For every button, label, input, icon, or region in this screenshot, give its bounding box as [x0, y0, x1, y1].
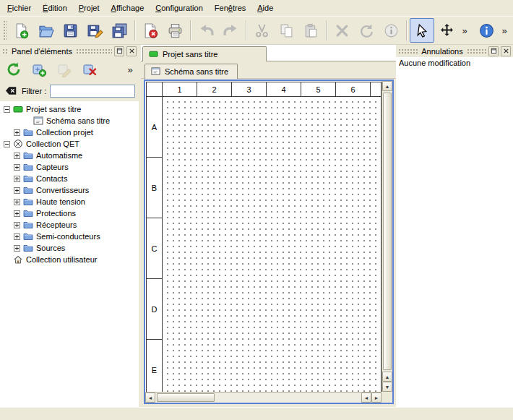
tree-item-label: Collection projet	[36, 128, 93, 137]
diagram-grid[interactable]	[163, 97, 381, 392]
vertical-scroll-track[interactable]	[382, 91, 392, 372]
elements-panel-titlebar[interactable]: Panel d'éléments	[0, 45, 139, 57]
scrollbar-corner	[381, 392, 392, 403]
new-element-button[interactable]	[28, 59, 50, 80]
tree-item-contacts[interactable]: Contacts	[0, 173, 139, 184]
close-file-button[interactable]	[138, 18, 163, 43]
menu-fichier[interactable]: Fichier	[1, 1, 37, 14]
tab-projet-sans-titre[interactable]: Projet sans titre	[142, 46, 267, 61]
filter-label: Filtrer :	[22, 87, 46, 95]
undo-history-list[interactable]: Aucune modification	[396, 57, 513, 407]
tree-item-sources[interactable]: Sources	[0, 242, 139, 254]
tree-expander-plus[interactable]	[14, 222, 20, 228]
about-button[interactable]	[474, 18, 499, 43]
scroll-down-button[interactable]	[382, 382, 392, 392]
menu-projet[interactable]: Projet	[73, 1, 105, 14]
tree-item-collection-qet[interactable]: Collection QET	[0, 138, 139, 150]
undo-dock-titlebar[interactable]: Annulations	[396, 45, 513, 57]
tree-expander-plus[interactable]	[14, 187, 20, 194]
elements-panel-float-button[interactable]	[114, 46, 124, 56]
delete-element-button[interactable]	[79, 59, 100, 80]
save-as-button[interactable]	[82, 18, 107, 43]
tree-expander-plus[interactable]	[14, 233, 20, 240]
tree-expander-minus[interactable]	[4, 141, 10, 147]
tree-item-semi-conducteurs[interactable]: Semi-conducteurs	[0, 231, 139, 242]
move-icon	[439, 22, 455, 39]
column-header: 6	[336, 82, 371, 96]
undo-item[interactable]: Aucune modification	[396, 57, 513, 69]
selection-mode-button[interactable]	[410, 18, 434, 43]
tree-expander-plus[interactable]	[14, 245, 20, 252]
tree-expander-plus[interactable]	[14, 153, 20, 159]
diagram-viewport[interactable]: 123456 ABCDE	[145, 81, 381, 392]
scroll-right-button[interactable]	[371, 393, 381, 403]
tree-item-protections[interactable]: Protections	[0, 207, 139, 219]
tree-expander-plus[interactable]	[14, 176, 20, 182]
tree-item-projet-sans-titre[interactable]: Projet sans titre	[0, 103, 139, 115]
elements-panel-close-button[interactable]	[126, 46, 137, 56]
new-file-button[interactable]	[9, 18, 33, 43]
undo-dock-float-button[interactable]	[488, 46, 499, 56]
tree-item-collection-utilisateur[interactable]: Collection utilisateur	[0, 254, 139, 265]
tree-item-convertisseurs[interactable]: Convertisseurs	[0, 184, 139, 196]
row-headers: ABCDE	[147, 97, 163, 392]
reload-collections-button[interactable]	[3, 59, 25, 80]
scroll-up-button[interactable]	[382, 81, 392, 91]
menu-fenetres[interactable]: Fenêtres	[209, 1, 251, 14]
float-icon	[116, 48, 123, 54]
tree-item-label: Contacts	[36, 174, 67, 183]
menu-configuration[interactable]: Configuration	[150, 1, 209, 14]
open-file-button[interactable]	[33, 18, 58, 43]
overflow-chevron[interactable]: »	[459, 25, 470, 36]
tree-item-automatisme[interactable]: Automatisme	[0, 150, 139, 161]
tree-item-capteurs[interactable]: Capteurs	[0, 161, 139, 173]
overflow-chevron[interactable]: »	[499, 25, 510, 36]
folder-icon	[23, 185, 33, 195]
pan-mode-button[interactable]	[434, 18, 459, 43]
menu-affichage[interactable]: Affichage	[105, 1, 150, 14]
about-icon	[478, 22, 495, 39]
new-file-icon	[13, 22, 30, 39]
overflow-chevron[interactable]: »	[124, 64, 136, 75]
tree-expander-minus[interactable]	[4, 106, 10, 113]
diagram-window[interactable]: 123456 ABCDE	[144, 80, 394, 404]
tree-item-label: Capteurs	[36, 163, 69, 171]
folder-icon	[23, 208, 33, 218]
scroll-up-button-bottom[interactable]	[382, 372, 392, 382]
tree-item-collection-projet[interactable]: Collection projet	[0, 127, 139, 138]
menu-edition[interactable]: Édition	[37, 1, 73, 14]
element-tree: Projet sans titreSchéma sans titreCollec…	[0, 101, 139, 407]
toolbar-separator	[246, 20, 246, 40]
save-icon	[62, 22, 79, 39]
tree-item-recepteurs[interactable]: Récepteurs	[0, 219, 139, 231]
undo-dock-close-button[interactable]	[501, 46, 511, 56]
clear-filter-button[interactable]	[4, 85, 18, 98]
toolbar-separator	[134, 20, 135, 40]
save-all-button[interactable]	[107, 18, 132, 43]
tree-expander-plus[interactable]	[14, 199, 20, 205]
toolbar-drag-handle[interactable]	[3, 20, 7, 40]
scroll-left-button[interactable]	[145, 393, 155, 403]
toolbar-separator	[326, 20, 327, 40]
row-header: E	[147, 340, 162, 392]
float-icon	[491, 48, 497, 54]
tree-expander-plus[interactable]	[14, 129, 20, 136]
column-header: 2	[197, 82, 232, 96]
filter-input[interactable]	[50, 85, 135, 98]
tree-expander-plus[interactable]	[14, 210, 20, 217]
horizontal-scroll-track[interactable]	[155, 393, 361, 403]
horizontal-scrollbar[interactable]	[145, 392, 381, 403]
scroll-left-button-right[interactable]	[361, 393, 371, 403]
horizontal-scroll-thumb[interactable]	[157, 393, 215, 402]
tree-expander-plus[interactable]	[14, 164, 20, 171]
menu-aide[interactable]: Aide	[251, 1, 279, 14]
tree-item-label: Sources	[36, 244, 65, 252]
vertical-scrollbar[interactable]	[381, 81, 392, 392]
save-button[interactable]	[58, 18, 82, 43]
tree-item-schema-sans-titre[interactable]: Schéma sans titre	[0, 115, 139, 127]
print-button[interactable]	[163, 18, 187, 43]
tab-schema-sans-titre[interactable]: Schéma sans titre	[145, 64, 238, 79]
vertical-scroll-thumb[interactable]	[383, 93, 392, 370]
save-as-icon	[87, 22, 103, 39]
tree-item-haute-tension[interactable]: Haute tension	[0, 196, 139, 207]
